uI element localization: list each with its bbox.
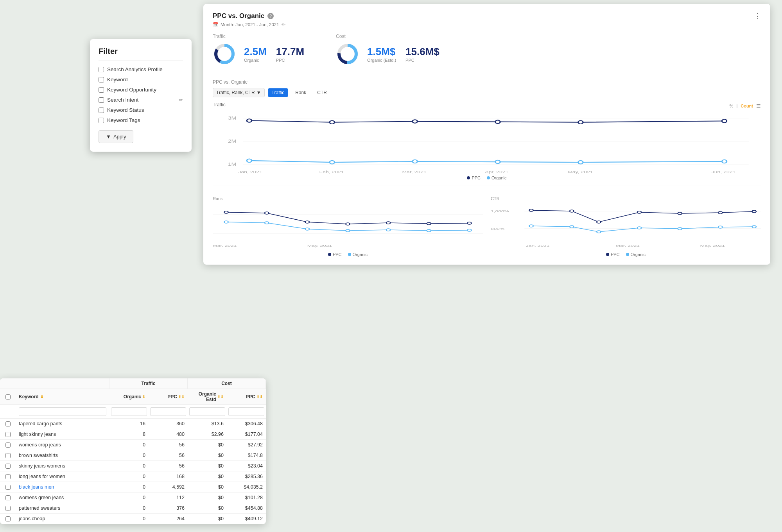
svg-text:May, 2021: May, 2021 (568, 170, 593, 174)
row-check-5[interactable] (5, 474, 11, 479)
keyword-status-label[interactable]: Keyword Status (107, 107, 183, 113)
keyword-opportunity-label[interactable]: Keyword Opportunity (107, 87, 183, 93)
keyword-status-checkbox[interactable] (99, 107, 104, 113)
search-intent-edit-icon[interactable]: ✏ (179, 97, 183, 103)
ppc-cell-8: 376 (149, 505, 188, 511)
organic-cell-1: 8 (109, 432, 149, 437)
row-check-0[interactable] (5, 421, 11, 426)
ppc-cell-4: 56 (149, 463, 188, 469)
keyword-tags-label[interactable]: Keyword Tags (107, 117, 183, 123)
svg-text:May, 2021: May, 2021 (307, 244, 332, 247)
filter-panel: Filter Search Analytics Profile Keyword … (90, 39, 192, 152)
apply-button[interactable]: ▼ Apply (99, 130, 133, 143)
row-check-3[interactable] (5, 453, 11, 458)
keyword-filter-input[interactable] (19, 407, 106, 416)
keyword-checkbox[interactable] (99, 77, 104, 82)
search-analytics-checkbox[interactable] (99, 67, 104, 72)
chart-tab-row: Traffic, Rank, CTR ▼ Traffic Rank CTR (213, 88, 761, 97)
table-panel: Traffic Cost Keyword ⬇ Organic ⬇ PPC ⬆⬇ … (0, 378, 266, 524)
more-options-icon[interactable]: ⋮ (754, 12, 761, 20)
keyword-spacer-header (0, 378, 109, 389)
ctr-chart-half: CTR 1,000% 800% (491, 196, 761, 257)
organic-cell-9: 0 (109, 516, 149, 521)
row-checkbox-3 (0, 453, 16, 458)
table-row: light skinny jeans 8 480 $2.96 $177.04 (0, 429, 266, 440)
organic-cell-2: 0 (109, 442, 149, 448)
calendar-icon: 📅 (213, 22, 218, 27)
svg-point-39 (224, 221, 228, 223)
select-all-checkbox[interactable] (5, 394, 11, 399)
filter-item-keyword: Keyword (99, 77, 183, 82)
ppc-cost-filter-input[interactable] (228, 407, 264, 416)
tab-traffic[interactable]: Traffic (268, 88, 289, 97)
table-row: patterned sweaters 0 376 $0 $454.88 (0, 503, 266, 514)
organic-column-header[interactable]: Organic ⬇ (109, 389, 149, 405)
keyword-cell-2: womens crop jeans (16, 442, 109, 448)
metrics-row: Traffic 2.5M Organic 17.7M (213, 34, 761, 72)
ppc-cost-cell-0: $306.48 (227, 421, 266, 426)
row-check-8[interactable] (5, 506, 11, 511)
chart-menu-icon[interactable]: ☰ (756, 103, 761, 109)
organic-filter-input[interactable] (111, 407, 147, 416)
keyword-cell-1: light skinny jeans (16, 432, 109, 437)
tab-rank[interactable]: Rank (291, 88, 310, 97)
ppc-cell-6: 4,592 (149, 484, 188, 490)
row-checkbox-2 (0, 442, 16, 448)
row-checkbox-1 (0, 432, 16, 437)
organic-estd-column-header[interactable]: Organic Estd ⬆⬇ (188, 389, 227, 405)
organic-cell-0: 16 (109, 421, 149, 426)
organic-estd-metric: 1.5M$ Organic (Estd.) (367, 46, 396, 63)
keyword-label[interactable]: Keyword (107, 77, 183, 82)
svg-point-61 (597, 231, 601, 233)
ppc-cost-cell-2: $27.92 (227, 442, 266, 448)
traffic-values: 2.5M Organic 17.7M PPC (244, 46, 304, 63)
ppc-cost-filter-cell (227, 407, 266, 417)
row-check-6[interactable] (5, 485, 11, 490)
filter-icon: ▼ (106, 134, 111, 140)
chart-dropdown[interactable]: Traffic, Rank, CTR ▼ (213, 88, 265, 97)
organic-estd-filter-input[interactable] (189, 407, 225, 416)
ppc-cost-column-header[interactable]: PPC ⬆⬇ (227, 389, 266, 405)
table-filter-row (0, 405, 266, 419)
svg-text:Mar, 2021: Mar, 2021 (616, 244, 640, 247)
keyword-cell-6[interactable]: black jeans men (16, 484, 109, 490)
legend-ppc: PPC (467, 176, 481, 180)
ppc-filter-input[interactable] (150, 407, 186, 416)
info-icon[interactable]: ? (267, 13, 274, 19)
organic-filter-cell (109, 407, 149, 417)
search-analytics-label[interactable]: Search Analytics Profile (107, 66, 183, 72)
organic-estd-cell-8: $0 (188, 505, 227, 511)
ppc-traffic-sort-icon: ⬆⬇ (178, 395, 185, 399)
ppc-traffic-metric: 17.7M PPC (276, 46, 304, 63)
row-check-1[interactable] (5, 432, 11, 437)
organic-cell-6: 0 (109, 484, 149, 490)
traffic-chart-legend: PPC Organic (213, 176, 761, 180)
traffic-donut (213, 42, 236, 66)
row-check-7[interactable] (5, 495, 11, 500)
row-checkbox-7 (0, 495, 16, 500)
filter-item-keyword-status: Keyword Status (99, 107, 183, 113)
svg-point-60 (570, 226, 574, 228)
keyword-cell-8: patterned sweaters (16, 505, 109, 511)
svg-point-62 (637, 227, 641, 229)
svg-point-37 (427, 222, 431, 225)
search-intent-checkbox[interactable] (99, 97, 104, 103)
traffic-chart: 3M 2M 1M (213, 111, 761, 174)
ppc-traffic-column-header[interactable]: PPC ⬆⬇ (149, 389, 188, 405)
keyword-column-header[interactable]: Keyword ⬇ (16, 389, 109, 405)
svg-text:Mar, 2021: Mar, 2021 (213, 244, 237, 247)
filter-title: Filter (99, 47, 183, 61)
svg-point-65 (752, 226, 756, 228)
row-check-4[interactable] (5, 464, 11, 469)
row-check-2[interactable] (5, 442, 11, 448)
search-intent-label[interactable]: Search Intent (107, 97, 176, 103)
edit-date-icon[interactable]: ✏ (282, 22, 285, 27)
keyword-opportunity-checkbox[interactable] (99, 87, 104, 93)
tab-ctr[interactable]: CTR (313, 88, 331, 97)
keyword-tags-checkbox[interactable] (99, 118, 104, 123)
svg-point-43 (386, 229, 390, 231)
ppc-cost-cell-6: $4,035.2 (227, 484, 266, 490)
row-check-9[interactable] (5, 516, 11, 521)
organic-estd-cell-9: $0 (188, 516, 227, 521)
keyword-cell-7: womens green jeans (16, 495, 109, 500)
